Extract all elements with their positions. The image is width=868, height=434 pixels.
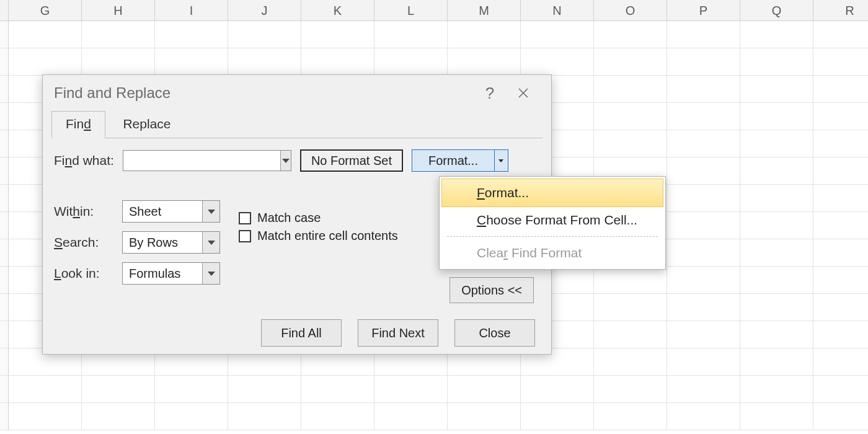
- lookin-select[interactable]: Formulas: [122, 262, 220, 285]
- close-icon: [518, 87, 529, 99]
- format-preview: No Format Set: [300, 149, 403, 172]
- dialog-titlebar[interactable]: Find and Replace ?: [43, 75, 551, 111]
- search-value: By Rows: [123, 232, 202, 253]
- checkbox-icon: [239, 230, 251, 242]
- within-value: Sheet: [123, 201, 202, 222]
- col-header[interactable]: P: [667, 0, 740, 20]
- tab-find[interactable]: Find: [51, 111, 105, 138]
- dialog-title: Find and Replace: [54, 84, 170, 102]
- checkbox-icon: [239, 212, 251, 224]
- format-dropdown-menu: Format... Choose Format From Cell... Cle…: [439, 176, 666, 270]
- chevron-down-icon[interactable]: [202, 263, 219, 284]
- close-button[interactable]: [507, 81, 540, 105]
- menu-item-clear-find-format: Clear Find Format: [442, 239, 663, 267]
- chevron-down-icon[interactable]: [202, 201, 219, 222]
- options-button[interactable]: Options <<: [450, 277, 534, 303]
- search-select[interactable]: By Rows: [122, 231, 220, 254]
- lookin-label: Look in:: [54, 266, 113, 281]
- col-header[interactable]: J: [228, 0, 301, 20]
- tab-replace[interactable]: Replace: [108, 111, 185, 138]
- col-header[interactable]: O: [594, 0, 667, 20]
- col-header[interactable]: N: [521, 0, 594, 20]
- format-dropdown-arrow[interactable]: [494, 150, 508, 171]
- format-button-label[interactable]: Format...: [412, 150, 494, 171]
- find-next-button[interactable]: Find Next: [358, 319, 438, 347]
- col-header[interactable]: G: [9, 0, 82, 20]
- close-dialog-button[interactable]: Close: [454, 319, 535, 347]
- chevron-down-icon[interactable]: [202, 232, 219, 253]
- format-split-button[interactable]: Format...: [412, 149, 508, 172]
- column-headers: G H I J K L M N O P Q R: [0, 0, 868, 21]
- find-what-label: Find what:: [54, 153, 114, 168]
- menu-item-format[interactable]: Format...: [441, 179, 663, 207]
- within-select[interactable]: Sheet: [122, 200, 220, 223]
- lookin-value: Formulas: [123, 263, 202, 284]
- col-header[interactable]: L: [374, 0, 448, 20]
- menu-separator: [447, 236, 658, 237]
- chevron-down-icon[interactable]: [280, 151, 291, 170]
- col-header[interactable]: M: [448, 0, 521, 20]
- col-header[interactable]: K: [301, 0, 374, 20]
- col-header[interactable]: I: [155, 0, 228, 20]
- dialog-footer: Find All Find Next Close: [43, 312, 551, 354]
- match-case-label: Match case: [257, 211, 321, 225]
- tabstrip: Find Replace: [51, 111, 542, 138]
- find-all-button[interactable]: Find All: [261, 319, 342, 347]
- col-header[interactable]: Q: [740, 0, 813, 20]
- find-what-input[interactable]: [123, 151, 280, 170]
- within-label: Within:: [54, 204, 113, 219]
- help-button[interactable]: ?: [473, 81, 507, 105]
- search-label: Search:: [54, 235, 113, 250]
- col-header[interactable]: R: [813, 0, 868, 20]
- match-entire-label: Match entire cell contents: [257, 229, 398, 243]
- find-what-combo[interactable]: [123, 150, 291, 171]
- col-header[interactable]: H: [82, 0, 155, 20]
- menu-item-choose-format-from-cell[interactable]: Choose Format From Cell...: [442, 206, 663, 234]
